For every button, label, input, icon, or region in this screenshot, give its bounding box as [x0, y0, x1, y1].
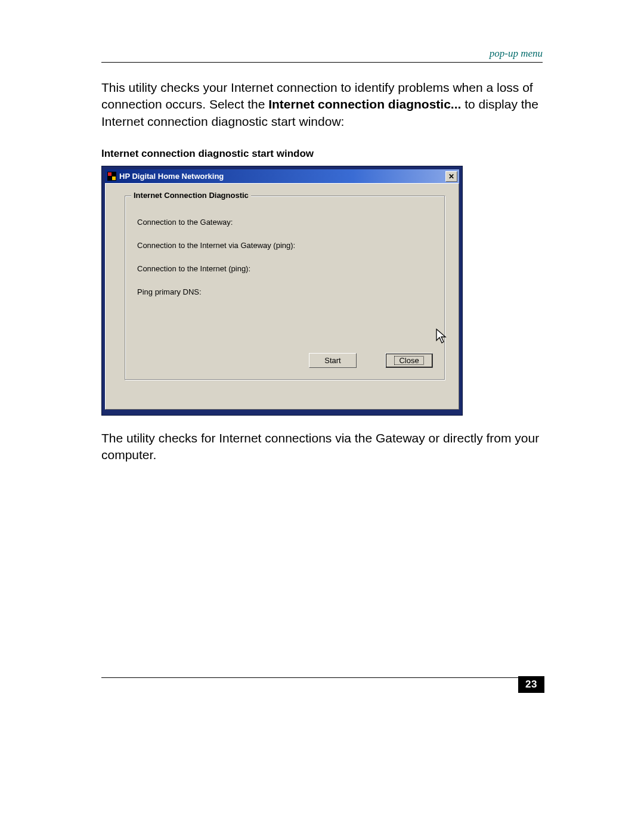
diag-line-internet-via-gateway: Connection to the Internet via Gateway (… [137, 241, 433, 250]
outro-paragraph: The utility checks for Internet connecti… [101, 430, 543, 464]
dialog-titlebar[interactable]: HP Digital Home Networking ✕ [105, 169, 459, 183]
diag-line-internet-ping: Connection to the Internet (ping): [137, 264, 433, 273]
intro-paragraph: This utility checks your Internet connec… [101, 79, 543, 130]
intro-text-bold: Internet connection diagnostic... [268, 97, 461, 111]
start-button[interactable]: Start [309, 353, 357, 368]
groupbox-legend: Internet Connection Diagnostic [131, 191, 251, 200]
app-icon [107, 172, 116, 181]
close-icon[interactable]: ✕ [445, 171, 457, 182]
footer-rule [101, 677, 543, 678]
diag-line-dns: Ping primary DNS: [137, 287, 433, 296]
dialog-title: HP Digital Home Networking [119, 172, 445, 181]
diag-line-gateway: Connection to the Gateway: [137, 218, 433, 227]
close-button-label: Close [394, 356, 423, 365]
diagnostic-groupbox: Internet Connection Diagnostic Connectio… [125, 196, 445, 380]
page-footer: 23 [101, 677, 543, 678]
page-number: 23 [518, 676, 544, 693]
header-rule [101, 62, 543, 63]
figure-caption: Internet connection diagnostic start win… [101, 148, 543, 160]
close-button[interactable]: Close [385, 353, 433, 368]
header-section-label: pop-up menu [101, 48, 543, 60]
dialog-window: HP Digital Home Networking ✕ Internet Co… [101, 166, 463, 416]
dialog-client-area: Internet Connection Diagnostic Connectio… [105, 183, 459, 410]
